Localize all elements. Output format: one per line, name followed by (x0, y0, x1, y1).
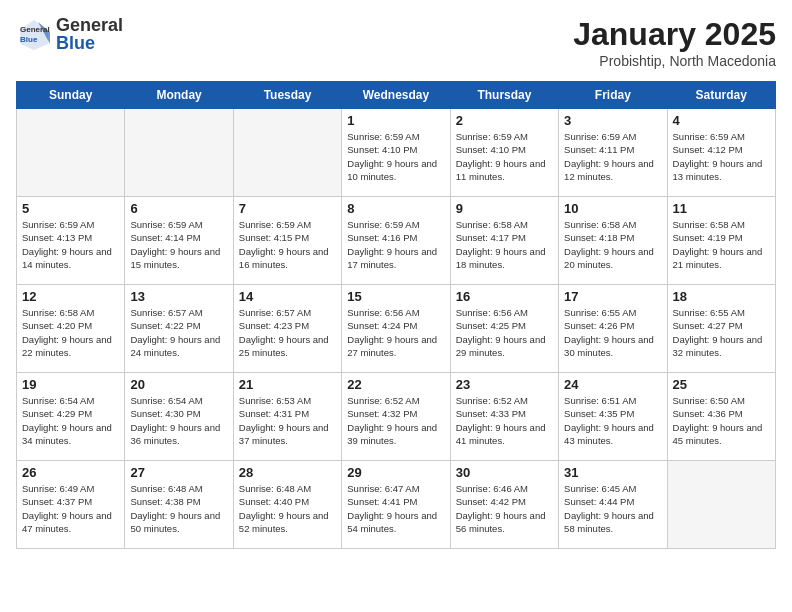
day-number: 6 (130, 201, 227, 216)
logo: General Blue General Blue (16, 16, 123, 52)
calendar-cell: 5Sunrise: 6:59 AM Sunset: 4:13 PM Daylig… (17, 197, 125, 285)
calendar-cell (17, 109, 125, 197)
day-number: 10 (564, 201, 661, 216)
location: Probishtip, North Macedonia (573, 53, 776, 69)
calendar-cell: 6Sunrise: 6:59 AM Sunset: 4:14 PM Daylig… (125, 197, 233, 285)
day-info: Sunrise: 6:58 AM Sunset: 4:17 PM Dayligh… (456, 218, 553, 271)
calendar-cell: 7Sunrise: 6:59 AM Sunset: 4:15 PM Daylig… (233, 197, 341, 285)
calendar-cell: 19Sunrise: 6:54 AM Sunset: 4:29 PM Dayli… (17, 373, 125, 461)
day-info: Sunrise: 6:57 AM Sunset: 4:23 PM Dayligh… (239, 306, 336, 359)
day-info: Sunrise: 6:52 AM Sunset: 4:32 PM Dayligh… (347, 394, 444, 447)
day-info: Sunrise: 6:49 AM Sunset: 4:37 PM Dayligh… (22, 482, 119, 535)
calendar-cell (667, 461, 775, 549)
day-number: 17 (564, 289, 661, 304)
calendar-cell: 4Sunrise: 6:59 AM Sunset: 4:12 PM Daylig… (667, 109, 775, 197)
calendar-cell: 17Sunrise: 6:55 AM Sunset: 4:26 PM Dayli… (559, 285, 667, 373)
day-number: 25 (673, 377, 770, 392)
day-number: 20 (130, 377, 227, 392)
day-info: Sunrise: 6:46 AM Sunset: 4:42 PM Dayligh… (456, 482, 553, 535)
calendar-cell: 28Sunrise: 6:48 AM Sunset: 4:40 PM Dayli… (233, 461, 341, 549)
calendar-cell (233, 109, 341, 197)
day-info: Sunrise: 6:59 AM Sunset: 4:13 PM Dayligh… (22, 218, 119, 271)
day-number: 7 (239, 201, 336, 216)
calendar-cell: 18Sunrise: 6:55 AM Sunset: 4:27 PM Dayli… (667, 285, 775, 373)
day-number: 29 (347, 465, 444, 480)
calendar-cell: 9Sunrise: 6:58 AM Sunset: 4:17 PM Daylig… (450, 197, 558, 285)
day-info: Sunrise: 6:48 AM Sunset: 4:40 PM Dayligh… (239, 482, 336, 535)
day-info: Sunrise: 6:52 AM Sunset: 4:33 PM Dayligh… (456, 394, 553, 447)
day-info: Sunrise: 6:54 AM Sunset: 4:30 PM Dayligh… (130, 394, 227, 447)
day-number: 14 (239, 289, 336, 304)
calendar-cell: 13Sunrise: 6:57 AM Sunset: 4:22 PM Dayli… (125, 285, 233, 373)
day-number: 3 (564, 113, 661, 128)
weekday-header: Wednesday (342, 82, 450, 109)
weekday-header: Saturday (667, 82, 775, 109)
day-number: 31 (564, 465, 661, 480)
day-info: Sunrise: 6:55 AM Sunset: 4:27 PM Dayligh… (673, 306, 770, 359)
weekday-header: Thursday (450, 82, 558, 109)
calendar-cell: 24Sunrise: 6:51 AM Sunset: 4:35 PM Dayli… (559, 373, 667, 461)
calendar-week-row: 5Sunrise: 6:59 AM Sunset: 4:13 PM Daylig… (17, 197, 776, 285)
calendar-week-row: 26Sunrise: 6:49 AM Sunset: 4:37 PM Dayli… (17, 461, 776, 549)
day-number: 11 (673, 201, 770, 216)
calendar-cell: 29Sunrise: 6:47 AM Sunset: 4:41 PM Dayli… (342, 461, 450, 549)
day-info: Sunrise: 6:56 AM Sunset: 4:25 PM Dayligh… (456, 306, 553, 359)
calendar-cell: 31Sunrise: 6:45 AM Sunset: 4:44 PM Dayli… (559, 461, 667, 549)
day-number: 5 (22, 201, 119, 216)
calendar-cell: 26Sunrise: 6:49 AM Sunset: 4:37 PM Dayli… (17, 461, 125, 549)
weekday-header-row: SundayMondayTuesdayWednesdayThursdayFrid… (17, 82, 776, 109)
svg-text:Blue: Blue (20, 35, 38, 44)
calendar-cell: 1Sunrise: 6:59 AM Sunset: 4:10 PM Daylig… (342, 109, 450, 197)
title-block: January 2025 Probishtip, North Macedonia (573, 16, 776, 69)
day-number: 27 (130, 465, 227, 480)
day-info: Sunrise: 6:55 AM Sunset: 4:26 PM Dayligh… (564, 306, 661, 359)
day-info: Sunrise: 6:59 AM Sunset: 4:11 PM Dayligh… (564, 130, 661, 183)
day-info: Sunrise: 6:56 AM Sunset: 4:24 PM Dayligh… (347, 306, 444, 359)
calendar-week-row: 12Sunrise: 6:58 AM Sunset: 4:20 PM Dayli… (17, 285, 776, 373)
calendar-cell: 25Sunrise: 6:50 AM Sunset: 4:36 PM Dayli… (667, 373, 775, 461)
day-info: Sunrise: 6:59 AM Sunset: 4:10 PM Dayligh… (347, 130, 444, 183)
calendar-cell: 10Sunrise: 6:58 AM Sunset: 4:18 PM Dayli… (559, 197, 667, 285)
day-info: Sunrise: 6:58 AM Sunset: 4:19 PM Dayligh… (673, 218, 770, 271)
calendar-week-row: 19Sunrise: 6:54 AM Sunset: 4:29 PM Dayli… (17, 373, 776, 461)
day-number: 8 (347, 201, 444, 216)
day-number: 19 (22, 377, 119, 392)
day-info: Sunrise: 6:59 AM Sunset: 4:14 PM Dayligh… (130, 218, 227, 271)
calendar-cell: 27Sunrise: 6:48 AM Sunset: 4:38 PM Dayli… (125, 461, 233, 549)
calendar-cell: 22Sunrise: 6:52 AM Sunset: 4:32 PM Dayli… (342, 373, 450, 461)
calendar-cell: 14Sunrise: 6:57 AM Sunset: 4:23 PM Dayli… (233, 285, 341, 373)
day-info: Sunrise: 6:54 AM Sunset: 4:29 PM Dayligh… (22, 394, 119, 447)
logo-icon: General Blue (16, 16, 52, 52)
calendar-cell: 11Sunrise: 6:58 AM Sunset: 4:19 PM Dayli… (667, 197, 775, 285)
calendar-cell (125, 109, 233, 197)
day-number: 28 (239, 465, 336, 480)
svg-text:General: General (20, 25, 50, 34)
day-number: 12 (22, 289, 119, 304)
day-number: 13 (130, 289, 227, 304)
day-number: 2 (456, 113, 553, 128)
weekday-header: Monday (125, 82, 233, 109)
calendar-cell: 23Sunrise: 6:52 AM Sunset: 4:33 PM Dayli… (450, 373, 558, 461)
calendar-cell: 12Sunrise: 6:58 AM Sunset: 4:20 PM Dayli… (17, 285, 125, 373)
day-info: Sunrise: 6:53 AM Sunset: 4:31 PM Dayligh… (239, 394, 336, 447)
day-info: Sunrise: 6:59 AM Sunset: 4:16 PM Dayligh… (347, 218, 444, 271)
day-number: 16 (456, 289, 553, 304)
day-info: Sunrise: 6:57 AM Sunset: 4:22 PM Dayligh… (130, 306, 227, 359)
calendar: SundayMondayTuesdayWednesdayThursdayFrid… (16, 81, 776, 549)
day-info: Sunrise: 6:58 AM Sunset: 4:18 PM Dayligh… (564, 218, 661, 271)
page-header: General Blue General Blue January 2025 P… (16, 16, 776, 69)
logo-general: General (56, 16, 123, 34)
day-number: 9 (456, 201, 553, 216)
day-info: Sunrise: 6:59 AM Sunset: 4:12 PM Dayligh… (673, 130, 770, 183)
day-number: 30 (456, 465, 553, 480)
logo-blue: Blue (56, 34, 123, 52)
day-info: Sunrise: 6:50 AM Sunset: 4:36 PM Dayligh… (673, 394, 770, 447)
day-number: 15 (347, 289, 444, 304)
day-info: Sunrise: 6:58 AM Sunset: 4:20 PM Dayligh… (22, 306, 119, 359)
day-number: 18 (673, 289, 770, 304)
calendar-cell: 21Sunrise: 6:53 AM Sunset: 4:31 PM Dayli… (233, 373, 341, 461)
day-number: 26 (22, 465, 119, 480)
weekday-header: Sunday (17, 82, 125, 109)
weekday-header: Friday (559, 82, 667, 109)
logo-text: General Blue (56, 16, 123, 52)
